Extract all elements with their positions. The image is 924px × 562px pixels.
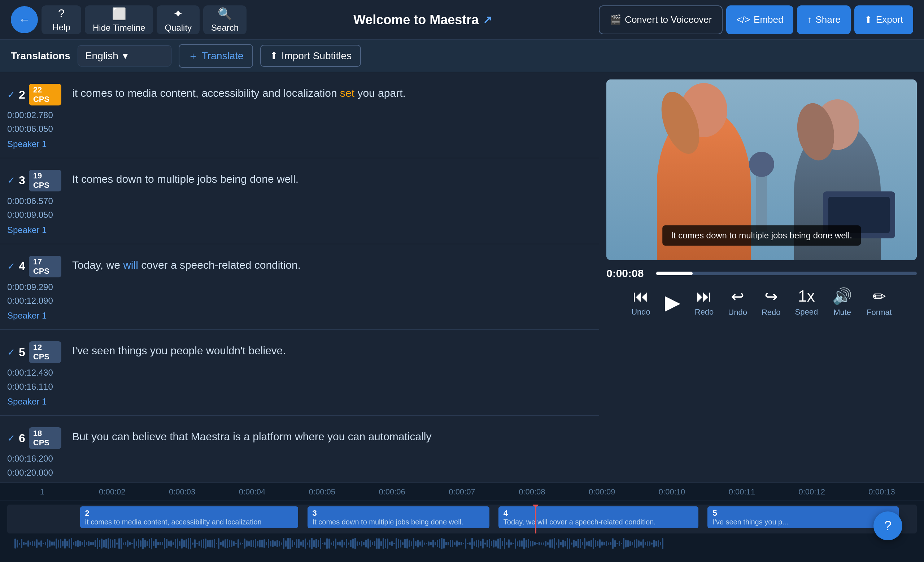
progress-bar[interactable] — [656, 272, 917, 275]
wave-bar — [60, 539, 62, 548]
subtitle-text[interactable]: But you can believe that Maestra is a pl… — [69, 424, 599, 482]
wave-bar — [584, 538, 585, 549]
redo-button[interactable]: ↪ Redo — [762, 287, 781, 317]
quality-icon: ✦ — [173, 7, 183, 21]
ruler-mark: 0:00:11 — [707, 487, 777, 497]
forward-button[interactable]: ⏭ Redo — [695, 287, 714, 317]
subtitle-text[interactable]: It comes down to multiple jobs being don… — [69, 167, 599, 235]
wave-bar — [602, 541, 603, 546]
subtitle-text[interactable]: it comes to media content, accessibility… — [69, 81, 599, 149]
track-segment[interactable]: 2it comes to media content, accessibilit… — [80, 506, 298, 528]
video-frame: It comes down to multiple jobs being don… — [606, 80, 917, 260]
rewind-button[interactable]: ⏮ Undo — [631, 287, 650, 317]
wave-bar — [242, 543, 243, 545]
wave-bar — [246, 540, 248, 547]
block-meta: ✓ 5 12 CPS 0:00:12.4300:00:16.110 Speake… — [0, 338, 69, 407]
wave-bar — [264, 539, 265, 548]
wave-bar — [285, 540, 286, 547]
wave-bar — [298, 539, 300, 548]
wave-bar — [274, 541, 276, 546]
plain-text: cover a speech-related condition. — [138, 259, 301, 271]
timeline-tracks: 2it comes to media content, accessibilit… — [0, 501, 924, 562]
wave-bar — [389, 542, 390, 545]
wave-bar — [62, 541, 63, 547]
hide-timeline-button[interactable]: ⬜ Hide Timeline — [85, 5, 153, 34]
external-link-icon[interactable]: ↗ — [483, 14, 492, 26]
share-button[interactable]: ↑ Share — [797, 5, 850, 34]
wave-bar — [632, 542, 633, 545]
speaker-label: Speaker 1 — [7, 397, 46, 407]
speed-button[interactable]: 1x Speed — [795, 287, 818, 317]
export-button[interactable]: ⬆ Export — [854, 5, 913, 34]
wave-bar — [569, 538, 570, 548]
wave-bar — [272, 540, 274, 547]
checkmark-icon: ✓ — [7, 175, 15, 186]
import-subtitles-button[interactable]: ⬆ Import Subtitles — [260, 45, 361, 67]
wave-bar — [118, 538, 120, 549]
back-button[interactable]: ← — [11, 6, 38, 33]
wave-bar — [361, 541, 362, 546]
video-player[interactable]: It comes down to multiple jobs being don… — [606, 80, 917, 260]
subtitle-text[interactable]: Today, we will cover a speech-related co… — [69, 253, 599, 321]
track-segment[interactable]: 4Today, we will cover a speech-related c… — [498, 506, 698, 528]
wave-bar — [582, 542, 583, 545]
search-button[interactable]: 🔍 Search — [203, 5, 246, 34]
wave-bar — [450, 540, 451, 547]
plain-text: it comes to media content, accessibility… — [72, 87, 340, 99]
wave-bar — [372, 542, 373, 545]
wave-bar — [370, 540, 371, 547]
mute-button[interactable]: 🔊 Mute — [832, 287, 852, 317]
wave-bar — [411, 541, 412, 545]
wave-bar — [344, 542, 345, 545]
wave-bar — [625, 539, 627, 547]
wave-bar — [159, 542, 161, 545]
wave-bar — [614, 540, 616, 547]
track-segment[interactable]: 3It comes down to multiple jobs being do… — [308, 506, 489, 528]
help-label: Help — [52, 23, 70, 33]
format-button[interactable]: ✏ Format — [867, 287, 892, 317]
convert-to-voiceover-button[interactable]: 🎬 Convert to Voiceover — [599, 5, 723, 34]
hide-timeline-label: Hide Timeline — [93, 23, 145, 33]
quality-button[interactable]: ✦ Quality — [157, 5, 200, 34]
wave-bar — [552, 539, 553, 547]
help-circle-button[interactable]: ? — [873, 511, 902, 540]
wave-bar — [588, 541, 590, 546]
wave-bar — [40, 540, 42, 547]
timeline[interactable]: 10:00:020:00:030:00:040:00:050:00:060:00… — [0, 482, 924, 562]
wave-bar — [266, 542, 267, 545]
wave-bar — [515, 538, 516, 548]
wave-bar — [348, 542, 350, 545]
wave-bar — [417, 539, 418, 547]
wave-bar — [439, 539, 440, 548]
track-segment[interactable]: 5I've seen things you p... — [707, 506, 898, 528]
track-row[interactable]: 2it comes to media content, accessibilit… — [7, 505, 917, 533]
wave-bar — [640, 541, 642, 546]
undo-button[interactable]: ↩ Undo — [728, 287, 747, 317]
ruler-mark: 0:00:02 — [77, 487, 147, 497]
wave-bar — [463, 543, 464, 544]
wave-bar — [658, 540, 659, 547]
wave-bar — [482, 538, 484, 548]
wave-bar — [426, 543, 428, 545]
translate-button[interactable]: ＋ Translate — [178, 44, 253, 68]
wave-bar — [53, 541, 55, 545]
ruler-mark: 1 — [7, 487, 77, 497]
editor-panel[interactable]: ✓ 2 22 CPS 0:00:02.7800:00:06.050 Speake… — [0, 72, 599, 482]
wave-bar — [331, 542, 332, 545]
plain-text: I've seen things you people wouldn't bel… — [72, 344, 286, 356]
wave-bar — [324, 542, 326, 545]
wave-bar — [428, 541, 429, 545]
wave-bar — [127, 540, 129, 547]
help-button[interactable]: ? Help — [42, 5, 81, 34]
embed-button[interactable]: </> Embed — [726, 5, 794, 34]
wave-bar — [153, 541, 154, 546]
quality-label: Quality — [165, 23, 192, 33]
subtitle-text[interactable]: I've seen things you people wouldn't bel… — [69, 338, 599, 407]
cps-badge: 19 CPS — [29, 170, 62, 191]
wave-bar — [240, 542, 241, 545]
play-button[interactable]: ▶ — [665, 290, 680, 314]
language-selector[interactable]: English ▾ — [78, 45, 171, 66]
import-icon: ⬆ — [270, 50, 278, 62]
wave-bar — [212, 539, 213, 547]
seg-text: it comes to media content, accessibility… — [85, 518, 294, 526]
